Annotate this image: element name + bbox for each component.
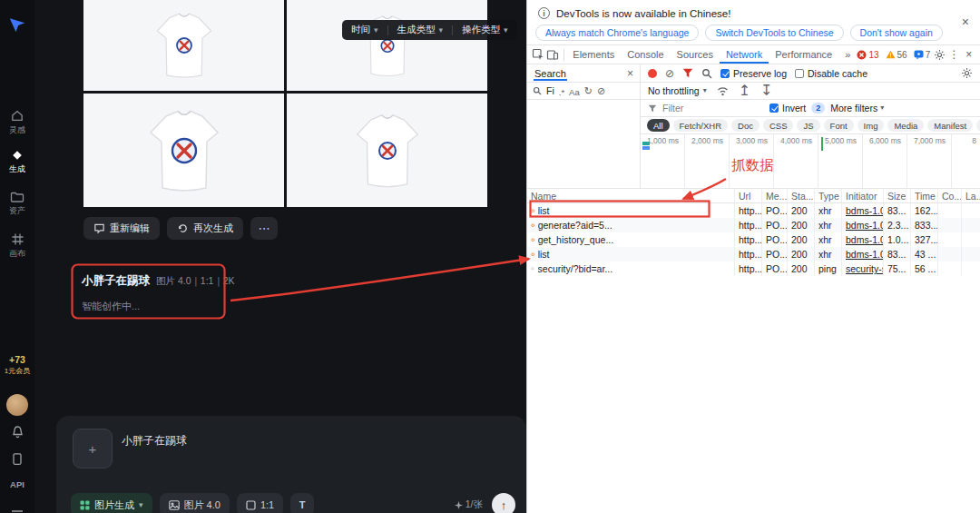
column-header-la[interactable]: La... [962,189,980,202]
regenerate-button[interactable]: 再次生成 [167,217,243,240]
preserve-log-checkbox[interactable]: Preserve log [720,68,787,79]
network-request-row[interactable]: security/?bid=ar... http... PO... 200 pi… [527,261,980,276]
filter-op-type-dropdown[interactable]: 操作类型 [453,24,517,36]
column-header-name[interactable]: Name [527,189,735,202]
model-select[interactable]: 图片 4.0 [160,493,230,513]
column-header-type[interactable]: Type [815,189,842,202]
device-icon[interactable] [0,452,34,469]
devtools-tab[interactable]: Sources [671,45,720,64]
menu-icon[interactable] [0,505,34,513]
column-header-url[interactable]: Url [735,189,762,202]
filter-chip[interactable]: All [647,119,670,132]
close-notice-icon[interactable] [962,15,969,28]
throttling-select[interactable]: No throttling [648,85,707,96]
devtools-tab[interactable]: Console [621,45,670,64]
network-overview-timeline[interactable]: 1,000 ms2,000 ms3,000 ms4,000 ms5,000 ms… [641,134,980,188]
generated-image[interactable] [287,0,487,91]
column-header-co[interactable]: Co... [938,189,962,202]
request-initiator-link[interactable]: bdms-1.0.0 [846,249,884,260]
filter-gen-type-dropdown[interactable]: 生成类型 [388,24,453,36]
info-icon [538,7,550,19]
match-case-icon[interactable] [569,84,580,98]
kebab-menu-icon[interactable] [946,49,961,60]
filter-input[interactable]: Filter [662,103,764,113]
generation-status-card[interactable]: 小胖子在踢球 图片 4.0｜1:1｜2K 智能创作中... [82,273,235,313]
export-har-icon[interactable] [760,84,772,98]
column-header-initiator[interactable]: Initiator [842,189,884,202]
mode-select[interactable]: 图片生成 [71,493,152,513]
generated-image[interactable] [287,94,487,207]
warning-count-badge[interactable]: 56 [886,50,907,60]
reference-image-thumb[interactable] [73,429,113,469]
more-filters-button[interactable]: More filters [830,103,884,113]
sidebar-item-inspiration[interactable]: 灵感 [0,109,34,136]
generated-image[interactable] [83,94,284,207]
settings-gear-icon[interactable] [932,49,946,61]
network-settings-gear-icon[interactable] [961,67,973,79]
filter-chip[interactable]: Img [858,119,885,132]
request-initiator-link[interactable]: bdms-1.0.0 [846,205,884,216]
devtools-tab[interactable]: Network [720,45,769,64]
filter-chip[interactable]: Font [824,119,854,132]
column-header-method[interactable]: Me... [762,189,788,202]
search-icon[interactable] [701,68,712,79]
devtools-tab[interactable]: Performance [769,45,838,64]
filter-chip[interactable]: CSS [763,119,794,132]
sidebar-item-assets[interactable]: 资产 [0,191,34,217]
device-toolbar-icon[interactable] [545,49,560,61]
reedit-button[interactable]: 重新编辑 [83,217,160,240]
generate-button[interactable] [492,493,515,513]
filter-chip[interactable]: Manifest [927,119,973,132]
request-initiator-link[interactable]: bdms-1.0.0 [846,234,884,245]
filter-chip[interactable]: WS [976,119,980,132]
import-har-icon[interactable] [739,84,750,98]
filter-chip[interactable]: Media [887,119,924,132]
regex-toggle-icon[interactable] [559,84,564,98]
disable-cache-checkbox[interactable]: Disable cache [795,68,867,79]
api-link[interactable]: API [0,479,34,489]
notifications-bell-icon[interactable] [0,425,34,442]
issues-count-badge[interactable]: 7 [914,50,931,60]
user-avatar[interactable] [6,394,28,416]
filter-chip[interactable]: Doc [731,119,760,132]
filter-toggle-icon[interactable] [682,68,693,78]
filter-chip[interactable]: Fetch/XHR [673,119,728,132]
filter-time-dropdown[interactable]: 时间 [342,24,387,36]
column-header-size[interactable]: Size [884,189,911,202]
membership-badge[interactable]: +73 1元会员 [0,354,34,376]
ratio-select[interactable]: 1:1 [237,493,283,513]
network-request-row[interactable]: generate?aid=5... http... PO... 200 xhr … [527,218,980,232]
text-tool-button[interactable] [290,493,314,513]
column-header-time[interactable]: Time [911,189,938,202]
notice-action-button[interactable]: Switch DevTools to Chinese [705,25,843,41]
close-devtools-icon[interactable] [962,49,976,60]
column-header-status[interactable]: Sta... [788,189,815,202]
more-actions-button[interactable] [250,217,278,240]
network-request-row[interactable]: list http... PO... 200 xhr bdms-1.0.0 83… [527,247,980,261]
devtools-tab[interactable]: Elements [566,45,621,64]
request-initiator-link[interactable]: bdms-1.0.0 [846,220,884,231]
refresh-search-icon[interactable] [584,86,593,96]
network-request-row[interactable]: get_history_que... http... PO... 200 xhr… [527,232,980,247]
request-initiator-link[interactable]: security-se [846,263,884,274]
filter-chip[interactable]: JS [797,119,819,132]
inspect-element-icon[interactable] [531,48,545,61]
app-logo-icon[interactable] [7,15,27,38]
generated-image[interactable] [83,0,284,91]
sidebar-item-canvas[interactable]: 画布 [0,232,34,260]
close-search-icon[interactable] [627,68,633,79]
network-request-row[interactable]: list http... PO... 200 xhr bdms-1.0.0 83… [527,203,980,218]
search-query-input[interactable]: Fi [546,85,554,96]
clear-log-icon[interactable] [665,68,674,79]
more-tabs-icon[interactable] [838,45,857,64]
record-button[interactable] [648,69,657,78]
composer-prompt-text[interactable]: 小胖子在踢球 [122,433,187,449]
clear-search-icon[interactable] [597,86,605,96]
invert-checkbox[interactable]: Invert [769,103,806,113]
error-count-badge[interactable]: 13 [857,50,878,60]
search-tab[interactable]: Search [534,66,567,81]
network-conditions-icon[interactable] [717,86,729,96]
sidebar-item-generate[interactable]: 生成 [0,149,34,175]
notice-action-button[interactable]: Always match Chrome's language [535,25,699,41]
notice-action-button[interactable]: Don't show again [850,25,943,41]
